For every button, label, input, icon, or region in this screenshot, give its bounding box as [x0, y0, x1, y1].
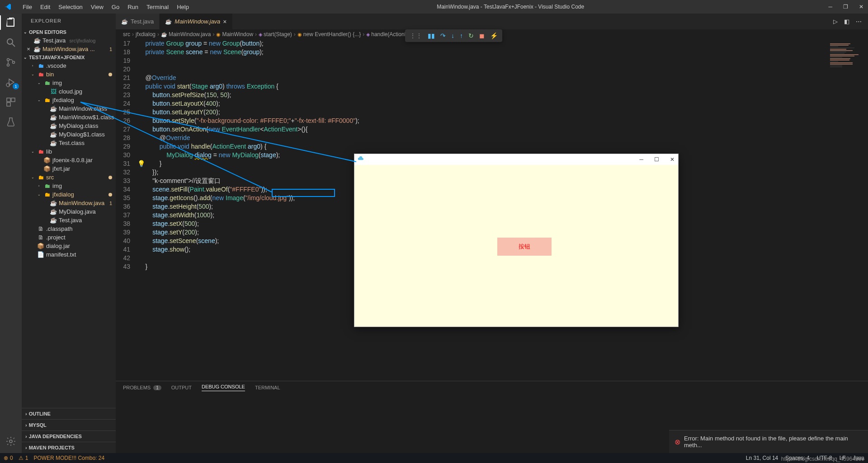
tree-item[interactable]: ☕Test.java — [22, 216, 116, 224]
tree-item[interactable]: ⌄🖿src — [22, 173, 116, 182]
sidebar-section-outline[interactable]: ›OUTLINE — [22, 408, 116, 419]
panel-tab-debug-console[interactable]: DEBUG CONSOLE — [202, 384, 245, 391]
jfx-maximize-button[interactable]: ☐ — [654, 156, 659, 163]
status-power-mode[interactable]: POWER MODE!!! Combo: 24 — [33, 455, 104, 461]
tab-mainwindow-java[interactable]: ☕ MainWindow.java × — [160, 14, 232, 29]
javafx-button[interactable]: 按钮 — [497, 238, 552, 256]
tree-item[interactable]: ⌄🖿bin — [22, 70, 116, 79]
debug-step-over-icon[interactable]: ↷ — [440, 32, 446, 39]
panel-tab-output[interactable]: OUTPUT — [171, 385, 192, 390]
breadcrumb-item[interactable]: jfxdialog — [136, 31, 156, 37]
tree-item[interactable]: ☕MainWindow$1.class — [22, 113, 116, 122]
debug-stop-icon[interactable]: ◼ — [479, 32, 485, 39]
tree-label: bin — [46, 71, 54, 78]
status-errors[interactable]: ⊗0 — [4, 455, 13, 461]
tree-label: .vscode — [46, 62, 66, 69]
debug-step-into-icon[interactable]: ↓ — [451, 32, 454, 39]
tree-label: cloud.jpg — [59, 88, 82, 95]
minimize-button[interactable]: ─ — [828, 4, 832, 10]
tree-item[interactable]: ⌄🖿jfxdialog — [22, 190, 116, 199]
tab-test-java[interactable]: ☕ Test.java — [116, 14, 160, 29]
jfx-close-button[interactable]: ✕ — [670, 156, 675, 163]
tree-item[interactable]: 📦jfoenix-8.0.8.jar — [22, 156, 116, 164]
mod-count: 1 — [109, 47, 112, 52]
debug-hot-icon[interactable]: ⚡ — [490, 32, 498, 39]
maximize-button[interactable]: ❐ — [843, 4, 848, 10]
menu-selection[interactable]: Selection — [55, 2, 86, 12]
tree-item[interactable]: ☕MyDialog$1.class — [22, 130, 116, 139]
jfx-minimize-button[interactable]: ─ — [639, 156, 643, 163]
tree-item[interactable]: ☕MainWindow.java1 — [22, 199, 116, 207]
tab-close-icon[interactable]: × — [223, 18, 226, 25]
lightbulb-icon[interactable]: 💡 — [137, 159, 145, 168]
menu-go[interactable]: Go — [108, 2, 123, 12]
breadcrumb-item[interactable]: ◉MainWindow — [216, 31, 253, 37]
minimap[interactable] — [827, 39, 868, 381]
open-editor-item[interactable]: ×☕MainWindow.java ...1 — [22, 45, 116, 53]
tree-item[interactable]: ⌄🖿lib — [22, 147, 116, 156]
activity-search[interactable] — [5, 37, 16, 48]
jar-icon: 📦 — [37, 243, 44, 249]
tree-item[interactable]: 📦dialog.jar — [22, 242, 116, 250]
split-editor-icon[interactable]: ◧ — [844, 18, 849, 25]
tree-item[interactable]: ☕MyDialog.java — [22, 207, 116, 216]
run-icon[interactable]: ▷ — [833, 18, 838, 25]
tree-item[interactable]: ☕MainWindow.class — [22, 104, 116, 113]
activity-test[interactable] — [5, 117, 16, 127]
line-numbers: 1718192021222324252627282930313233343536… — [116, 39, 138, 381]
tree-label: jfxrt.jar — [52, 165, 70, 172]
breadcrumb-item[interactable]: ◉new EventHandler() {...} — [297, 31, 361, 37]
tree-item[interactable]: ⌄🖿jfxdialog — [22, 96, 116, 104]
tree-item[interactable]: 📦jfxrt.jar — [22, 164, 116, 173]
chevron-icon: ⌄ — [36, 192, 42, 196]
more-actions-icon[interactable]: ⋯ — [856, 18, 862, 25]
menu-terminal[interactable]: Terminal — [143, 2, 172, 12]
activity-scm[interactable] — [5, 57, 16, 68]
debug-step-out-icon[interactable]: ↑ — [460, 32, 463, 39]
tree-item[interactable]: ☕Test.class — [22, 139, 116, 147]
section-open-editors[interactable]: ⌄OPEN EDITORS — [22, 28, 116, 36]
tree-label: MyDialog.class — [59, 122, 98, 129]
panel-tab-terminal[interactable]: TERMINAL — [255, 385, 280, 390]
activity-extensions[interactable] — [5, 97, 16, 108]
tree-item[interactable]: 📄manifest.txt — [22, 250, 116, 259]
error-notification[interactable]: ⊗ Error: Main method not found in the fi… — [669, 430, 868, 453]
menu-edit[interactable]: Edit — [37, 2, 54, 12]
sidebar-section-mysql[interactable]: ›MYSQL — [22, 419, 116, 430]
folder-yellow-icon: 🖿 — [43, 191, 51, 198]
open-editor-item[interactable]: ☕Test.javasrc\jfxdialog — [22, 36, 116, 45]
breadcrumb-item[interactable]: ☕MainWindow.java — [161, 31, 211, 37]
java-icon: ☕ — [121, 19, 128, 25]
debug-restart-icon[interactable]: ↻ — [468, 32, 474, 39]
file-label: MainWindow.java ... — [42, 46, 95, 52]
section-workspace[interactable]: ⌄TESTJAVAFX+JFOENIX — [22, 53, 116, 61]
tree-item[interactable]: 🗎.project — [22, 233, 116, 242]
menu-run[interactable]: Run — [124, 2, 142, 12]
activity-settings[interactable] — [5, 436, 16, 447]
menu-view[interactable]: View — [87, 2, 107, 12]
panel-tab-problems[interactable]: PROBLEMS1 — [123, 385, 161, 390]
sidebar-section-java-dependencies[interactable]: ›JAVA DEPENDENCIES — [22, 430, 116, 442]
tree-item[interactable]: ☕MyDialog.class — [22, 122, 116, 130]
tree-label: src — [46, 174, 54, 181]
activity-explorer[interactable] — [5, 17, 16, 28]
debug-drag-icon[interactable]: ⋮⋮ — [410, 32, 422, 39]
tree-item[interactable]: ⌄🖿img — [22, 79, 116, 87]
close-button[interactable]: ✕ — [859, 4, 863, 10]
tree-item[interactable]: ›🖿.vscode — [22, 61, 116, 70]
breadcrumb-item[interactable]: src — [123, 31, 130, 37]
tree-item[interactable]: 🗎.classpath — [22, 224, 116, 233]
javafx-titlebar: ─ ☐ ✕ — [354, 154, 678, 165]
status-cursor-pos[interactable]: Ln 31, Col 14 — [746, 455, 778, 461]
activity-debug[interactable]: 1 — [5, 77, 16, 88]
menu-file[interactable]: File — [19, 2, 36, 12]
status-warnings[interactable]: ⚠1 — [19, 455, 28, 461]
tree-item[interactable]: ›🖿img — [22, 182, 116, 190]
close-icon[interactable]: × — [25, 46, 32, 52]
breadcrumb-item[interactable]: ◈start(Stage) — [259, 31, 292, 37]
image-icon: 🖼 — [50, 88, 57, 95]
menu-help[interactable]: Help — [173, 2, 193, 12]
sidebar-section-maven-projects[interactable]: ›MAVEN PROJECTS — [22, 442, 116, 453]
tree-item[interactable]: 🖼cloud.jpg — [22, 87, 116, 96]
debug-continue-icon[interactable]: ▮▮ — [428, 32, 435, 39]
